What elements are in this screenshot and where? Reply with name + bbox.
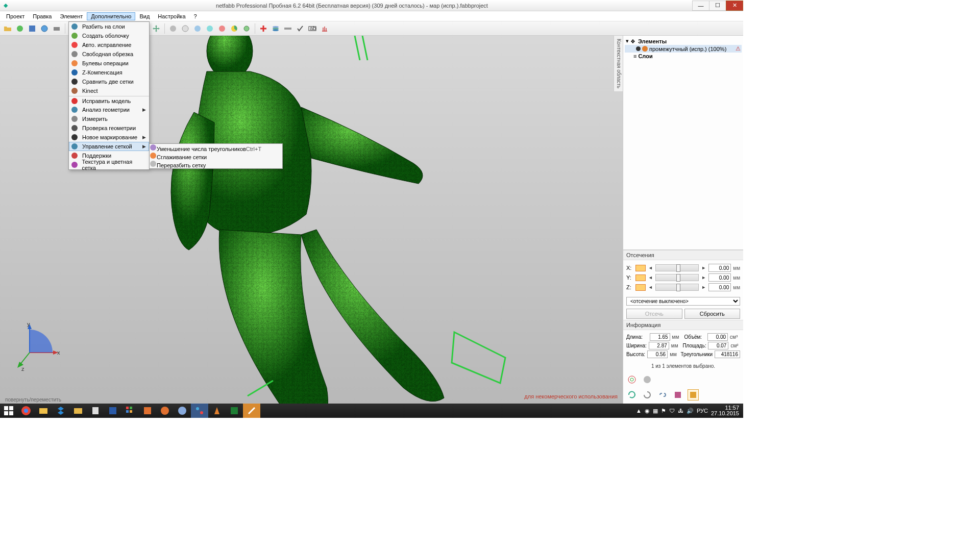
menu-settings[interactable]: Настройка [154, 12, 189, 20]
menu-item-ruler[interactable]: Измерить [69, 114, 149, 123]
menu-item-compare[interactable]: Сравнить две сетки [69, 77, 149, 86]
tray-up-icon[interactable]: ▲ [636, 408, 642, 414]
z-value[interactable] [708, 283, 731, 291]
task-calc-icon[interactable] [87, 404, 104, 418]
maximize-button[interactable]: ☐ [709, 1, 726, 11]
menu-help[interactable]: ? [190, 12, 201, 20]
z-slider[interactable] [655, 284, 699, 291]
menu-project[interactable]: Проект [2, 12, 29, 20]
task-folder-icon[interactable] [69, 404, 87, 418]
tool-save-icon[interactable] [27, 23, 38, 34]
tree-root[interactable]: ▾❖ Элементы [625, 37, 742, 45]
tool-globe-icon[interactable] [39, 23, 50, 34]
system-tray[interactable]: ▲ ◉ ▦ ⚑ 🛡 🖧 🔊 РУС 11:57 27.10.2015 [636, 405, 743, 416]
task-apps-icon[interactable] [121, 404, 139, 418]
tool-layers-icon[interactable] [270, 23, 281, 34]
task-excel-icon[interactable] [226, 404, 243, 418]
x-swatch[interactable] [635, 265, 646, 271]
refresh-icon[interactable] [626, 389, 638, 400]
tray-clock[interactable]: 11:57 27.10.2015 [711, 405, 739, 416]
tray-icon[interactable]: 🛡 [669, 408, 675, 414]
task-explorer-icon[interactable] [35, 404, 52, 418]
tool-check-icon[interactable] [295, 23, 306, 34]
cut-button[interactable]: Отсечь [626, 309, 682, 319]
submenu-item[interactable]: Переразбить сетку [150, 160, 282, 168]
close-button[interactable]: ✕ [726, 1, 743, 11]
menu-item-abc[interactable]: Новое маркирование▶ [69, 133, 149, 142]
tool-support-icon[interactable] [319, 23, 330, 34]
task-chrome-icon[interactable] [17, 404, 35, 418]
tool-print-icon[interactable] [51, 23, 62, 34]
globe-icon[interactable] [642, 374, 653, 385]
tool-pie-icon[interactable] [229, 23, 240, 34]
submenu-item[interactable]: Сглаживание сетки [150, 152, 282, 160]
cube-icon[interactable] [672, 389, 683, 400]
rotate-icon[interactable] [642, 389, 653, 400]
task-vlc-icon[interactable] [208, 404, 226, 418]
tool-sphere2-icon[interactable] [180, 23, 191, 34]
tool-sphere5-icon[interactable] [216, 23, 228, 34]
menu-item-layers[interactable]: Разбить на слои [69, 22, 149, 31]
menu-item-check[interactable]: Проверка геометрии [69, 123, 149, 133]
menu-element[interactable]: Элемент [56, 12, 87, 20]
tray-network-icon[interactable]: 🖧 [678, 408, 683, 414]
tray-icon[interactable]: ⚑ [661, 408, 666, 414]
y-slider[interactable] [655, 274, 699, 281]
tool-abc-icon[interactable]: abc [307, 23, 318, 34]
task-dropbox-icon[interactable] [52, 404, 69, 418]
tree-layers[interactable]: ≡ Слои [625, 53, 742, 60]
tray-lang[interactable]: РУС [697, 408, 708, 414]
x-value[interactable] [708, 264, 731, 272]
tray-icon[interactable]: ▦ [653, 408, 658, 414]
tree-item[interactable]: промежутчный (испр.) (100%) ⚠ [625, 45, 742, 53]
tool-add-icon[interactable] [14, 23, 26, 34]
tool-repair-icon[interactable] [258, 23, 269, 34]
menu-item-plus[interactable]: Исправить модель [69, 96, 149, 105]
y-swatch[interactable] [635, 274, 646, 281]
menu-item-gear[interactable]: Авто. исправление [69, 40, 149, 49]
task-orange1-icon[interactable] [139, 404, 156, 418]
target-icon[interactable] [626, 374, 638, 385]
taskbar[interactable]: ▲ ◉ ▦ ⚑ 🛡 🖧 🔊 РУС 11:57 27.10.2015 [0, 404, 743, 418]
x-slider[interactable] [655, 264, 699, 271]
task-word-icon[interactable] [104, 404, 121, 418]
selected-mode-icon[interactable] [688, 389, 699, 400]
z-swatch[interactable] [635, 284, 646, 291]
reset-button[interactable]: Сбросить [684, 309, 741, 319]
menu-edit[interactable]: Правка [29, 12, 56, 20]
start-button[interactable] [0, 404, 17, 418]
tool-move-icon[interactable] [151, 23, 162, 34]
svg-rect-68 [126, 410, 129, 413]
menu-additional[interactable]: Дополнительно [87, 12, 135, 20]
menu-item-shell[interactable]: Создать оболочку [69, 31, 149, 40]
tool-ruler-icon[interactable] [282, 23, 293, 34]
tool-sphere4-icon[interactable] [204, 23, 215, 34]
minimize-button[interactable]: — [692, 1, 709, 11]
tray-volume-icon[interactable]: 🔊 [687, 408, 694, 414]
task-orange2-icon[interactable] [156, 404, 174, 418]
submenu-item[interactable]: Уменьшение числа треугольниковCtrl+T [150, 144, 282, 152]
menu-item-bool[interactable]: Булевы операции [69, 59, 149, 68]
task-netfabb-icon[interactable] [191, 404, 208, 418]
visibility-dot-icon[interactable] [636, 46, 641, 51]
menu-item-zcomp[interactable]: Z-Компенсация [69, 68, 149, 77]
tool-sphere1-icon[interactable] [167, 23, 179, 34]
menu-view[interactable]: Вид [135, 12, 154, 20]
tree-panel[interactable]: ▾❖ Элементы промежутчный (испр.) (100%) … [623, 36, 743, 250]
context-side-tab[interactable]: Контекстная область [614, 36, 623, 91]
y-value[interactable] [708, 273, 731, 282]
selection-summary: 1 из 1 элементов выбрано. [623, 361, 743, 371]
tool-gear-icon[interactable] [241, 23, 252, 34]
menu-item-texture[interactable]: Текстура и цветная сетка [69, 160, 149, 169]
task-active-icon[interactable] [243, 404, 260, 418]
tool-sphere3-icon[interactable] [192, 23, 203, 34]
tray-icon[interactable]: ◉ [645, 408, 650, 414]
menu-item-analyse[interactable]: Анализ геометрии▶ [69, 105, 149, 114]
link-icon[interactable] [657, 389, 668, 400]
task-misc1-icon[interactable] [174, 404, 191, 418]
cut-mode-select[interactable]: <отсечение выключено> [626, 297, 740, 306]
menu-item-cut[interactable]: Свободная обрезка [69, 49, 149, 59]
menu-item-wrench[interactable]: Управление сеткой▶ [69, 142, 149, 151]
menu-item-kinect[interactable]: Kinect [69, 86, 149, 95]
tool-open-icon[interactable] [2, 23, 13, 34]
